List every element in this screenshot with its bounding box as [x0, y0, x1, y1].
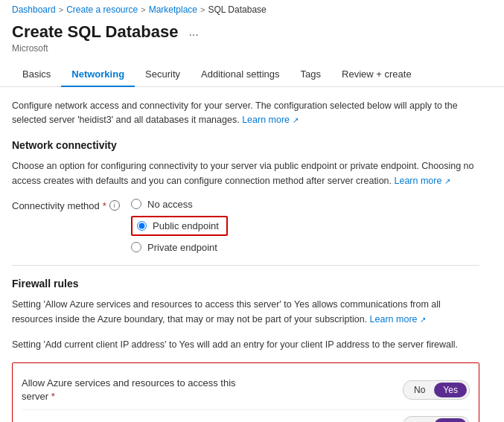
radio-private-endpoint[interactable]: Private endpoint — [131, 242, 228, 253]
firewall-description-2: Setting 'Add current client IP address' … — [12, 337, 479, 352]
external-link-icon-1: ↗ — [293, 116, 299, 124]
radio-no-access[interactable]: No access — [131, 199, 228, 210]
section-divider — [12, 265, 479, 266]
breadcrumb: Dashboard > Create a resource > Marketpl… — [0, 0, 504, 19]
tab-basics[interactable]: Basics — [12, 63, 61, 87]
main-content: Configure network access and connectivit… — [0, 87, 491, 422]
breadcrumb-sql-database: SQL Database — [208, 4, 266, 15]
breadcrumb-sep-2: > — [141, 5, 145, 14]
firewall-learn-more-link[interactable]: Learn more ↗ — [370, 314, 426, 325]
firewall-rules-title: Firewall rules — [12, 278, 479, 290]
external-link-icon-2: ↗ — [444, 177, 450, 185]
radio-no-access-input[interactable] — [131, 199, 141, 209]
external-link-icon-3: ↗ — [420, 316, 426, 324]
firewall-toggle-1-no[interactable]: No — [405, 383, 434, 397]
page-subtitle: Microsoft — [12, 43, 492, 54]
firewall-toggle-2[interactable]: No Yes — [403, 416, 470, 422]
learn-more-link-1[interactable]: Learn more ↗ — [242, 115, 298, 125]
firewall-rules-box: Allow Azure services and resources to ac… — [12, 362, 479, 423]
learn-more-link-2[interactable]: Learn more ↗ — [395, 176, 450, 186]
tab-review-create[interactable]: Review + create — [331, 63, 422, 87]
firewall-required-1: * — [51, 391, 55, 402]
connectivity-info: Choose an option for configuring connect… — [12, 159, 479, 188]
connectivity-method-label: Connectivity method * i — [12, 199, 131, 211]
private-endpoint-label: Private endpoint — [147, 242, 217, 253]
breadcrumb-create-resource[interactable]: Create a resource — [66, 4, 138, 15]
firewall-description: Setting 'Allow Azure services and resour… — [12, 297, 479, 327]
info-icon[interactable]: i — [109, 200, 120, 211]
firewall-row-2: Add current client IP address * No Yes — [22, 410, 470, 422]
firewall-toggle-1-yes[interactable]: Yes — [434, 383, 467, 397]
breadcrumb-sep-3: > — [200, 5, 205, 14]
radio-public-endpoint-input[interactable] — [137, 221, 147, 231]
firewall-rule-2-label: Add current client IP address * — [22, 419, 152, 422]
firewall-rule-1-label: Allow Azure services and resources to ac… — [22, 377, 245, 403]
breadcrumb-sep-1: > — [59, 5, 63, 14]
firewall-toggle-1[interactable]: No Yes — [403, 380, 470, 400]
firewall-toggle-2-no[interactable]: No — [405, 418, 434, 422]
tab-additional-settings[interactable]: Additional settings — [191, 63, 290, 87]
connectivity-method-row: Connectivity method * i No access Public… — [12, 199, 479, 253]
breadcrumb-marketplace[interactable]: Marketplace — [149, 4, 197, 15]
tab-tags[interactable]: Tags — [290, 63, 331, 87]
description-text: Configure network access and connectivit… — [12, 100, 458, 125]
firewall-desc2-text: Setting 'Add current client IP address' … — [12, 339, 458, 350]
connectivity-radio-group: No access Public endpoint Private endpoi… — [131, 199, 228, 253]
connectivity-label-text: Connectivity method — [12, 200, 100, 211]
no-access-label: No access — [147, 199, 193, 210]
network-description: Configure network access and connectivit… — [12, 99, 479, 127]
tab-bar: Basics Networking Security Additional se… — [0, 63, 504, 87]
required-marker: * — [103, 200, 106, 211]
tab-security[interactable]: Security — [135, 63, 191, 87]
ellipsis-button[interactable]: ... — [184, 24, 202, 40]
firewall-toggle-2-yes[interactable]: Yes — [434, 418, 467, 422]
firewall-row-1: Allow Azure services and resources to ac… — [22, 371, 470, 410]
page-header: Create SQL Database ... Microsoft — [0, 19, 504, 63]
page-title: Create SQL Database — [12, 22, 178, 42]
public-endpoint-label: Public endpoint — [153, 220, 219, 231]
radio-private-endpoint-input[interactable] — [131, 242, 141, 252]
network-connectivity-title: Network connectivity — [12, 139, 479, 151]
tab-networking[interactable]: Networking — [61, 63, 135, 87]
breadcrumb-dashboard[interactable]: Dashboard — [12, 4, 56, 15]
radio-public-endpoint-highlighted[interactable]: Public endpoint — [131, 216, 228, 236]
